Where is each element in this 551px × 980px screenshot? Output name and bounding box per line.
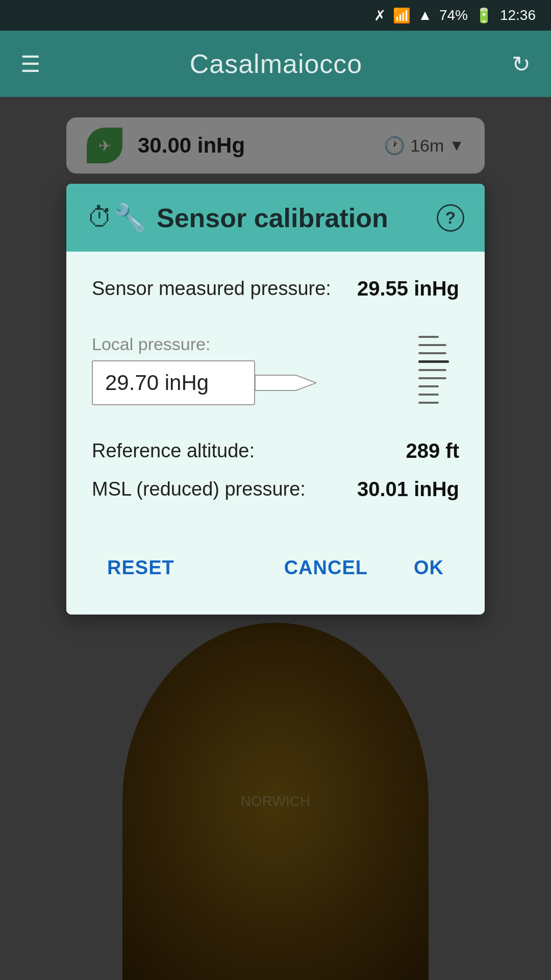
tick-8 (418, 394, 439, 396)
tick-7 (418, 385, 439, 387)
sensor-pressure-row: Sensor measured pressure: 29.55 inHg (92, 277, 459, 300)
local-pressure-value: 29.70 inHg (105, 371, 209, 395)
app-title: Casalmaiocco (190, 48, 363, 79)
battery-icon: 🔋 (475, 7, 493, 24)
tick-5 (418, 369, 446, 371)
status-icons: ✗ 📶 ▲ 74% 🔋 12:36 (374, 7, 536, 24)
msl-pressure-value: 30.01 inHg (357, 478, 459, 501)
calibration-icon: ⏱🔧 (87, 202, 146, 233)
local-pressure-input[interactable]: 29.70 inHg (92, 360, 255, 405)
sensor-pressure-label: Sensor measured pressure: (92, 278, 331, 300)
tick-active (418, 360, 449, 363)
msl-pressure-row: MSL (reduced) pressure: 30.01 inHg (92, 478, 459, 501)
dialog-body: Sensor measured pressure: 29.55 inHg Loc… (66, 252, 485, 536)
menu-icon[interactable]: ☰ (20, 51, 40, 77)
local-pressure-label: Local pressure: (92, 334, 403, 354)
reset-button[interactable]: RESET (92, 547, 190, 589)
refresh-icon[interactable]: ↻ (512, 51, 531, 77)
ok-button[interactable]: OK (398, 547, 459, 589)
battery-text: 74% (439, 7, 468, 23)
signal-icon: ▲ (418, 7, 432, 23)
bluetooth-icon: ✗ (374, 7, 386, 24)
slider-ticks[interactable] (408, 331, 459, 409)
tick-2 (418, 344, 446, 346)
status-bar: ✗ 📶 ▲ 74% 🔋 12:36 (0, 0, 551, 31)
tick-9 (418, 402, 439, 404)
dialog-overlay: ⏱🔧 Sensor calibration ? Sensor measured … (0, 97, 551, 980)
background-content: ✈ 30.00 inHg 🕐 16m ▼ NORWICH ⏱🔧 Sensor c… (0, 97, 551, 980)
wifi-icon: 📶 (393, 7, 411, 24)
dialog-header-left: ⏱🔧 Sensor calibration (87, 202, 388, 233)
reference-altitude-label: Reference altitude: (92, 440, 255, 462)
dialog-buttons: RESET CANCEL OK (66, 536, 485, 615)
dialog-header: ⏱🔧 Sensor calibration ? (66, 184, 485, 252)
svg-marker-0 (255, 375, 316, 390)
sensor-pressure-value: 29.55 inHg (357, 277, 459, 300)
tick-1 (418, 336, 439, 338)
reference-altitude-value: 289 ft (406, 439, 460, 462)
time-display: 12:36 (500, 7, 536, 23)
tick-3 (418, 352, 446, 354)
app-bar: ☰ Casalmaiocco ↻ (0, 31, 551, 97)
tick-6 (418, 377, 446, 379)
reference-altitude-row: Reference altitude: 289 ft (92, 439, 459, 462)
help-icon[interactable]: ? (437, 204, 464, 232)
local-pressure-area: Local pressure: 29.70 inHg (92, 331, 459, 409)
msl-pressure-label: MSL (reduced) pressure: (92, 478, 306, 500)
dialog-title: Sensor calibration (157, 203, 388, 233)
sensor-calibration-dialog: ⏱🔧 Sensor calibration ? Sensor measured … (66, 184, 485, 615)
cancel-button[interactable]: CANCEL (269, 547, 383, 589)
pressure-arrow (255, 370, 316, 396)
pressure-input-left: Local pressure: 29.70 inHg (92, 334, 403, 405)
